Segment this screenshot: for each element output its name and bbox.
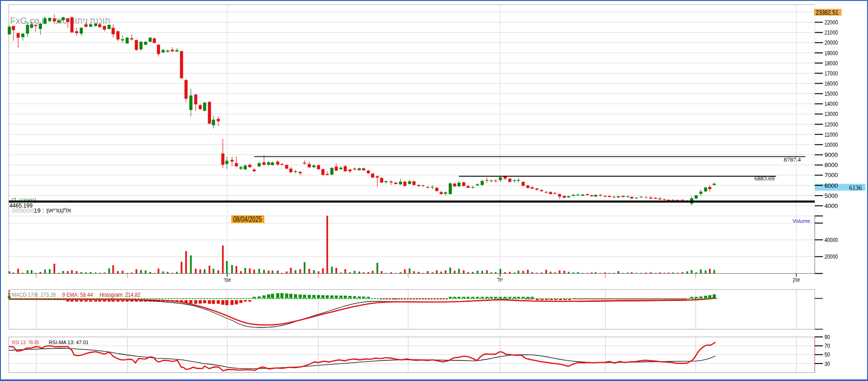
svg-text:23382.51: 23382.51 [815, 9, 838, 16]
svg-text:6883.69: 6883.69 [754, 175, 774, 182]
svg-text:70: 70 [824, 343, 830, 349]
svg-text:RSI 13: 78.85: RSI 13: 78.85 [12, 339, 40, 346]
svg-text:21000: 21000 [824, 29, 838, 36]
svg-text:9 EMA: 58.44: 9 EMA: 58.44 [62, 292, 93, 298]
svg-text:RSI-MA 13: 47.01: RSI-MA 13: 47.01 [49, 339, 89, 346]
svg-text:5000: 5000 [824, 193, 838, 199]
svg-text:4000: 4000 [824, 203, 838, 209]
svg-text:Volume: Volume [792, 218, 810, 224]
svg-text:50: 50 [824, 352, 830, 358]
svg-text:7000: 7000 [824, 172, 838, 179]
svg-text:12000: 12000 [824, 121, 838, 128]
svg-text:14000: 14000 [824, 101, 838, 107]
svg-text:8000: 8000 [824, 162, 838, 168]
svg-text:40000: 40000 [824, 237, 838, 243]
svg-text:13000: 13000 [824, 111, 838, 117]
svg-text:Histogram: 214.82: Histogram: 214.82 [100, 292, 141, 298]
svg-text:17000: 17000 [824, 70, 838, 77]
svg-text:11000: 11000 [824, 132, 838, 138]
svg-text:15000: 15000 [824, 91, 838, 97]
svg-text:6136: 6136 [849, 184, 862, 191]
svg-text:18000: 18000 [824, 60, 838, 67]
svg-text:MACD 17/8: 273.26: MACD 17/8: 273.26 [12, 292, 56, 298]
svg-text:20000: 20000 [824, 40, 838, 46]
svg-text:20000: 20000 [824, 254, 838, 260]
svg-text:8787.4: 8787.4 [784, 156, 801, 163]
svg-text:9000: 9000 [824, 152, 838, 158]
svg-text:10000: 10000 [824, 142, 838, 148]
svg-text:16000: 16000 [824, 81, 838, 87]
svg-text:19000: 19000 [824, 50, 838, 57]
svg-text:005000: 005000 [12, 207, 34, 214]
svg-text:90: 90 [824, 334, 830, 341]
svg-text:30: 30 [824, 361, 830, 367]
svg-text:22000: 22000 [824, 19, 838, 26]
svg-text:19 :: 19 : [34, 207, 44, 214]
svg-text:6000: 6000 [824, 183, 838, 189]
svg-text:08/04/2025: 08/04/2025 [233, 215, 262, 223]
